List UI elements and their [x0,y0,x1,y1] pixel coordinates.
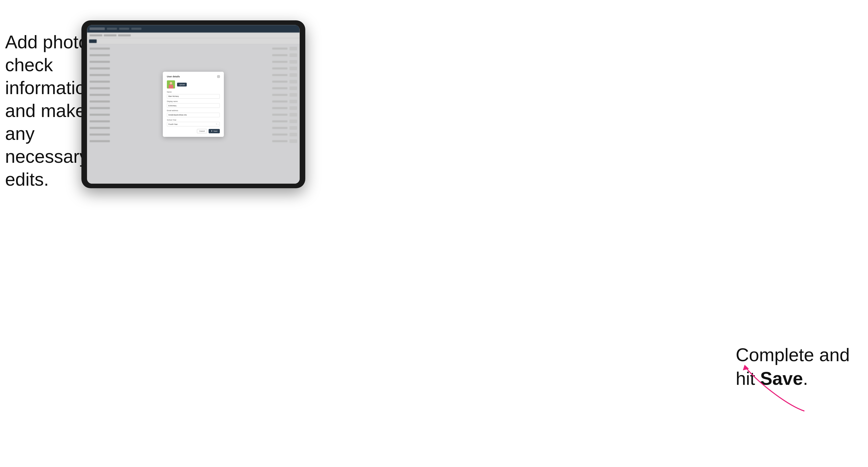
photo-upload-row: Upload [167,81,220,89]
annotation-right-end: . [803,368,808,388]
email-input[interactable] [167,113,220,117]
tablet-device: User details × Upload Name [82,20,305,188]
avatar-figure [168,82,174,89]
school-year-select[interactable]: Fourth Year [167,122,220,126]
annotation-right: Complete and hit Save. [736,343,853,391]
display-name-label: Display name [167,100,220,102]
annotation-right-bold: Save [760,368,803,388]
cancel-button[interactable]: Cancel [197,129,207,133]
school-year-field-group: School Year Fourth Year × ⌄ [167,119,220,127]
modal-title: User details [167,75,180,78]
save-icon: ⬆ [211,130,213,132]
school-year-select-wrapper: Fourth Year × ⌄ [167,121,220,127]
modal-footer: Cancel ⬆ Save [167,129,220,133]
avatar-body [169,85,173,89]
save-button[interactable]: ⬆ Save [209,129,220,133]
email-field-group: Email address [167,110,220,117]
name-field-group: Name [167,91,220,99]
email-label: Email address [167,110,220,112]
modal-close-button[interactable]: × [217,75,220,78]
display-name-input[interactable] [167,103,220,108]
modal-header: User details × [167,75,220,78]
modal-overlay: User details × Upload Name [87,25,300,184]
tablet-screen: User details × Upload Name [87,25,300,184]
upload-photo-button[interactable]: Upload [177,83,187,87]
user-details-modal: User details × Upload Name [163,72,224,137]
avatar-head [170,82,172,85]
name-input[interactable] [167,94,220,99]
avatar [167,81,175,89]
save-button-label: Save [213,130,218,132]
display-name-field-group: Display name [167,100,220,108]
annotation-right-line2: hit [736,368,760,388]
school-year-label: School Year [167,119,220,121]
annotation-right-line1: Complete and [736,345,850,365]
name-label: Name [167,91,220,93]
